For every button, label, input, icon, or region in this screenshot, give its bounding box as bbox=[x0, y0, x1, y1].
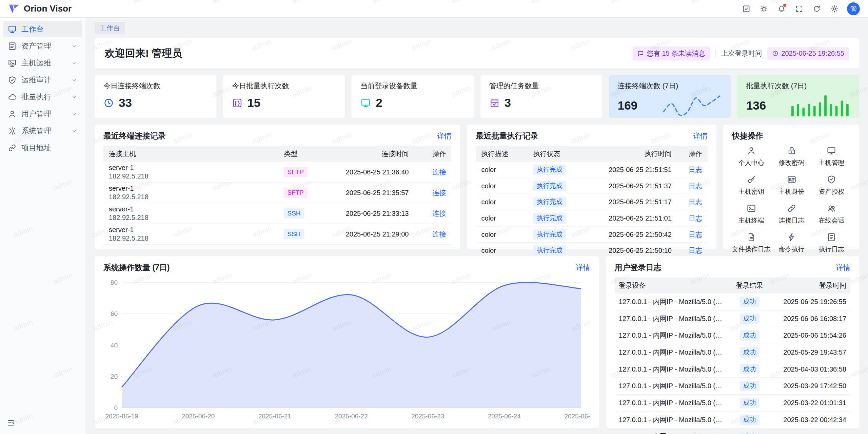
host-name: server-1 bbox=[109, 226, 273, 234]
collapse-sidebar-icon[interactable] bbox=[7, 419, 15, 427]
quick-action[interactable]: 在线会话 bbox=[812, 204, 850, 225]
desktop-icon bbox=[360, 98, 371, 108]
login-device: 127.0.0.1 - 内网IP - Mozilla/5.0 (Windows … bbox=[615, 411, 728, 428]
sidebar-item[interactable]: 工作台 bbox=[3, 21, 82, 37]
notifications-bell-icon[interactable] bbox=[776, 4, 787, 14]
connect-link[interactable]: 连接 bbox=[432, 189, 446, 196]
exec-log-icon bbox=[827, 232, 836, 242]
workflow-check-icon[interactable] bbox=[741, 4, 751, 14]
connect-time: 2025-06-25 21:29:00 bbox=[319, 224, 414, 245]
svg-text:2025-06-24: 2025-06-24 bbox=[488, 413, 521, 420]
user-management-icon bbox=[8, 110, 17, 118]
quick-action[interactable]: 修改密码 bbox=[773, 146, 811, 167]
connect-link[interactable]: 连接 bbox=[432, 210, 446, 217]
terminal-detail-link[interactable]: 详情 bbox=[437, 131, 451, 141]
card-title: 最近终端连接记录 bbox=[103, 131, 166, 141]
quick-action[interactable]: 主机管理 bbox=[812, 146, 850, 167]
svg-text:2025-06-20: 2025-06-20 bbox=[182, 413, 215, 420]
exec-trend-sparkline bbox=[790, 93, 850, 118]
login-time: 2025-06-06 16:08:17 bbox=[771, 310, 850, 327]
chart-detail-link[interactable]: 详情 bbox=[576, 263, 590, 272]
quick-action[interactable]: 个人中心 bbox=[732, 146, 771, 167]
table-row: color 执行完成 2025-06-25 21:51:01 日志 bbox=[476, 210, 707, 227]
log-link[interactable]: 日志 bbox=[689, 214, 702, 222]
sidebar-item[interactable]: 主机运维 bbox=[3, 55, 82, 71]
batch-detail-link[interactable]: 详情 bbox=[693, 131, 708, 141]
quick-action[interactable]: 主机密钥 bbox=[732, 175, 771, 196]
chevron-down-icon bbox=[71, 111, 78, 117]
sidebar-item[interactable]: 项目地址 bbox=[3, 140, 82, 156]
host-terminal-icon bbox=[747, 204, 756, 213]
exec-desc: color bbox=[476, 178, 528, 194]
exec-time: 2025-06-25 21:51:01 bbox=[586, 210, 677, 227]
quick-action[interactable]: 命令执行 bbox=[773, 232, 811, 254]
stat-value: 2 bbox=[376, 96, 382, 110]
stat-card: 当前登录设备数量 2 bbox=[352, 75, 473, 118]
unread-messages-chip[interactable]: 您有 15 条未读消息 bbox=[633, 46, 710, 60]
exec-status-tag: 执行完成 bbox=[533, 245, 566, 256]
theme-toggle-icon[interactable] bbox=[759, 4, 769, 14]
stat-value: 15 bbox=[247, 96, 260, 110]
quick-actions-card: 快捷操作 个人中心 修改密码 bbox=[723, 125, 859, 249]
login-device: 127.0.0.1 - 内网IP - Mozilla/5.0 (Windows … bbox=[615, 378, 728, 395]
login-result-tag: 成功 bbox=[740, 432, 760, 434]
quick-action[interactable]: 连接日志 bbox=[773, 204, 811, 225]
exec-status-tag: 执行完成 bbox=[533, 165, 566, 175]
project-link-icon bbox=[8, 144, 17, 152]
connect-link[interactable]: 连接 bbox=[432, 168, 446, 176]
quick-action[interactable]: 主机身份 bbox=[773, 175, 811, 196]
connect-log-icon bbox=[787, 204, 796, 213]
sidebar-item[interactable]: 批量执行 bbox=[3, 89, 82, 105]
log-link[interactable]: 日志 bbox=[689, 166, 702, 173]
app-logo-icon bbox=[8, 3, 20, 15]
log-link[interactable]: 日志 bbox=[689, 231, 702, 238]
login-logs-card: 用户登录日志 详情 登录设备 登录结果 登录时间 12 bbox=[606, 256, 859, 428]
sidebar-item[interactable]: 用户管理 bbox=[3, 106, 82, 122]
stat-card: 今日批量执行次数 { } 15 bbox=[223, 75, 345, 118]
login-table: 登录设备 登录结果 登录时间 127.0.0.1 - 内网IP - Mozill… bbox=[615, 278, 850, 434]
chevron-down-icon bbox=[71, 60, 78, 67]
page-title: 欢迎回来! 管理员 bbox=[105, 46, 182, 60]
sidebar-item[interactable]: 资产管理 bbox=[3, 38, 82, 54]
log-link[interactable]: 日志 bbox=[689, 247, 702, 254]
svg-text:2025-06-22: 2025-06-22 bbox=[335, 413, 368, 420]
table-row: color 执行完成 2025-06-25 21:51:51 日志 bbox=[476, 162, 707, 178]
login-time: 2025-03-29 17:42:50 bbox=[771, 378, 850, 395]
svg-text:0: 0 bbox=[114, 404, 118, 411]
table-row: 127.0.0.1 - 内网IP - Mozilla/5.0 (Windows … bbox=[615, 378, 850, 395]
quick-action[interactable]: 资产授权 bbox=[812, 175, 850, 196]
breadcrumb-item-workbench[interactable]: 工作台 bbox=[95, 22, 125, 34]
quick-action[interactable]: 主机终端 bbox=[732, 204, 771, 225]
svg-text:60: 60 bbox=[111, 310, 118, 317]
sidebar-item[interactable]: 系统管理 bbox=[3, 123, 82, 139]
asset-management-icon bbox=[8, 42, 17, 51]
log-link[interactable]: 日志 bbox=[689, 198, 702, 206]
settings-gear-icon[interactable] bbox=[829, 4, 840, 14]
sidebar-item[interactable]: 运维审计 bbox=[3, 72, 82, 88]
connect-link[interactable]: 连接 bbox=[432, 230, 446, 238]
table-row: server-1 182.92.5.218 SSH 2025-06-25 21:… bbox=[103, 203, 451, 224]
login-detail-link[interactable]: 详情 bbox=[836, 263, 850, 272]
table-row: 127.0.0.1 - 内网IP - Mozilla/5.0 (Windows … bbox=[615, 344, 850, 361]
table-row: color 执行完成 2025-06-25 21:51:37 日志 bbox=[476, 178, 707, 194]
refresh-icon[interactable] bbox=[812, 4, 822, 14]
welcome-card: 欢迎回来! 管理员 您有 15 条未读消息 上次登录时间 2025-06-25 … bbox=[95, 38, 859, 68]
bottom-row: 系统操作数量 (7日) 详情 0204060802025-06-192025-0… bbox=[95, 256, 859, 434]
fullscreen-icon[interactable] bbox=[794, 4, 804, 14]
area-chart: 0204060802025-06-192025-06-202025-06-212… bbox=[103, 278, 590, 422]
quick-action[interactable]: 文件操作日志 bbox=[732, 232, 771, 254]
user-avatar[interactable]: 管 bbox=[847, 2, 860, 15]
table-row: color 执行完成 2025-06-25 21:51:17 日志 bbox=[476, 194, 707, 210]
sidebar-menu: 工作台 资产管理 主机运维 运维审计 bbox=[0, 20, 85, 157]
login-time: 2025-04-03 01:36:58 bbox=[771, 361, 850, 378]
topbar: Orion Visor 管 bbox=[0, 0, 868, 18]
login-device: 127.0.0.1 - 内网IP - Mozilla/5.0 (Windows … bbox=[615, 294, 728, 310]
quick-action[interactable]: 执行日志 bbox=[812, 232, 850, 254]
file-ops-log-icon bbox=[747, 232, 756, 242]
command-exec-icon bbox=[787, 232, 796, 242]
asset-auth-icon bbox=[827, 175, 836, 184]
chevron-down-icon bbox=[71, 43, 78, 50]
log-link[interactable]: 日志 bbox=[689, 182, 702, 190]
svg-text:80: 80 bbox=[111, 279, 118, 286]
trend-card-exec: 批量执行次数 (7日) 136 bbox=[737, 75, 859, 118]
